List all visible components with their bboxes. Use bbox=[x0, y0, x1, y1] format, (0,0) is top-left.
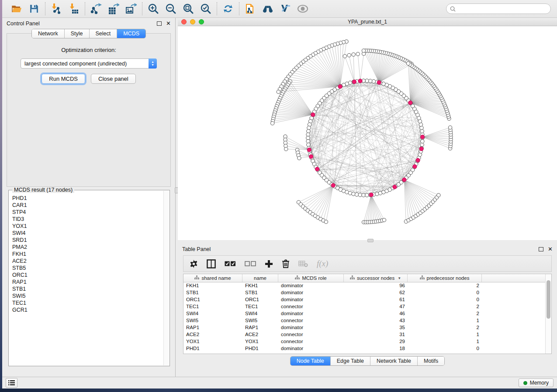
graph-node[interactable] bbox=[393, 185, 397, 189]
graph-node[interactable] bbox=[307, 143, 311, 147]
table-row[interactable]: ACE2ACE2connector311 bbox=[183, 331, 545, 338]
list-item[interactable]: PMA2 bbox=[12, 244, 163, 251]
tab-style[interactable]: Style bbox=[65, 29, 90, 38]
table-options-gear-icon[interactable] bbox=[190, 260, 198, 268]
graph-node[interactable] bbox=[420, 129, 424, 133]
graph-node[interactable] bbox=[420, 139, 424, 143]
graph-node[interactable] bbox=[382, 218, 386, 222]
window-minimize-icon[interactable] bbox=[190, 19, 195, 24]
tab-motifs[interactable]: Motifs bbox=[418, 357, 444, 365]
mcds-result-list[interactable]: PHD1CAR1STP4TID3YOX1SWI4SRD1PMA2FKH1ACE2… bbox=[9, 190, 163, 366]
select-all-icon[interactable] bbox=[225, 261, 236, 267]
list-item[interactable]: TID3 bbox=[12, 216, 163, 223]
scrollbar-thumb[interactable] bbox=[547, 280, 550, 319]
show-hide-details-icon[interactable] bbox=[297, 3, 308, 14]
graph-node[interactable] bbox=[347, 53, 351, 57]
graph-node[interactable] bbox=[284, 147, 288, 151]
table-row[interactable]: YOX1YOX1connector291 bbox=[183, 338, 545, 345]
graph-node[interactable] bbox=[324, 220, 328, 224]
float-panel-icon[interactable] bbox=[157, 21, 162, 26]
export-network-icon[interactable] bbox=[90, 3, 102, 14]
tab-edge-table[interactable]: Edge Table bbox=[331, 357, 370, 365]
column-header-predecessor-nodes[interactable]: predecessor nodes bbox=[408, 274, 482, 282]
graph-node[interactable] bbox=[416, 158, 420, 162]
graph-node[interactable] bbox=[408, 101, 412, 105]
table-row[interactable]: SWI5SWI5connector431 bbox=[183, 317, 545, 324]
list-item[interactable]: YOX1 bbox=[12, 223, 163, 230]
delete-column-trash-icon[interactable] bbox=[282, 259, 290, 268]
window-maximize-icon[interactable] bbox=[199, 19, 204, 24]
graph-node[interactable] bbox=[277, 90, 280, 93]
memory-button[interactable]: Memory bbox=[519, 378, 554, 387]
graph-node[interactable] bbox=[358, 79, 362, 83]
graph-node[interactable] bbox=[343, 55, 346, 58]
list-item[interactable]: RAP1 bbox=[12, 279, 163, 285]
horizontal-splitter[interactable] bbox=[178, 240, 557, 244]
show-column-panel-icon[interactable] bbox=[207, 259, 216, 268]
splitter-grip[interactable] bbox=[367, 239, 374, 242]
zoom-fit-icon[interactable] bbox=[183, 3, 194, 14]
open-file-icon[interactable] bbox=[11, 3, 22, 14]
export-image-icon[interactable] bbox=[125, 3, 137, 14]
graph-node[interactable] bbox=[437, 193, 440, 197]
graph-node[interactable] bbox=[362, 49, 365, 52]
network-view[interactable] bbox=[178, 26, 557, 240]
save-session-icon[interactable] bbox=[28, 3, 40, 14]
tab-node-table[interactable]: Node Table bbox=[291, 357, 331, 365]
import-table-icon[interactable] bbox=[68, 3, 80, 14]
add-column-icon[interactable] bbox=[265, 260, 273, 268]
close-panel-button[interactable]: Close panel bbox=[91, 74, 136, 84]
graph-node[interactable] bbox=[377, 80, 381, 84]
table-row[interactable]: FKH1FKH1dominator962 bbox=[183, 282, 545, 289]
table-row[interactable]: TEC1TEC1connector472 bbox=[183, 303, 545, 310]
zoom-in-icon[interactable] bbox=[148, 3, 159, 14]
style-edit-icon[interactable] bbox=[280, 3, 291, 14]
list-item[interactable]: GCR1 bbox=[12, 306, 163, 313]
find-icon[interactable] bbox=[262, 3, 273, 14]
graph-node[interactable] bbox=[420, 135, 424, 139]
table-row[interactable]: RAP1RAP1dominator352 bbox=[183, 324, 545, 331]
tab-network[interactable]: Network bbox=[32, 29, 65, 38]
list-item[interactable]: CAR1 bbox=[12, 202, 163, 209]
graph-node[interactable] bbox=[352, 80, 356, 84]
graph-node[interactable] bbox=[338, 85, 342, 89]
table-scrollbar[interactable] bbox=[545, 274, 551, 354]
column-header-MCDS-role[interactable]: MCDS role bbox=[278, 274, 344, 282]
run-mcds-button[interactable]: Run MCDS bbox=[42, 74, 85, 84]
table-row[interactable]: STB1STB1dominator620 bbox=[183, 289, 545, 296]
graph-node[interactable] bbox=[356, 52, 360, 56]
graph-node[interactable] bbox=[311, 113, 315, 117]
column-header-name[interactable]: name bbox=[242, 274, 278, 282]
graph-node[interactable] bbox=[298, 156, 301, 160]
list-item[interactable]: PHD1 bbox=[12, 195, 163, 202]
result-scrollbar[interactable] bbox=[163, 191, 169, 365]
graph-node[interactable] bbox=[448, 126, 452, 129]
deselect-all-icon[interactable] bbox=[245, 261, 256, 267]
list-item[interactable]: FKH1 bbox=[12, 251, 163, 258]
list-item[interactable]: STP4 bbox=[12, 209, 163, 216]
search-input[interactable] bbox=[458, 6, 547, 12]
tab-mcds[interactable]: MCDS bbox=[117, 29, 145, 38]
graph-node[interactable] bbox=[331, 183, 335, 187]
zoom-out-icon[interactable] bbox=[165, 3, 176, 14]
graph-node[interactable] bbox=[307, 148, 311, 152]
refresh-layout-icon[interactable] bbox=[222, 3, 234, 14]
graph-node[interactable] bbox=[413, 165, 417, 168]
column-header-shared-name[interactable]: shared name bbox=[183, 274, 242, 282]
table-row[interactable]: PHD1PHD1dominator180 bbox=[183, 345, 545, 352]
window-close-icon[interactable] bbox=[181, 19, 187, 24]
graph-node[interactable] bbox=[369, 193, 373, 197]
list-item[interactable]: STB1 bbox=[12, 285, 163, 292]
float-panel-icon[interactable] bbox=[539, 247, 543, 251]
import-network-icon[interactable] bbox=[51, 3, 62, 14]
list-item[interactable]: TEC1 bbox=[12, 299, 163, 306]
list-item[interactable]: SRD1 bbox=[12, 237, 163, 244]
tab-network-table[interactable]: Network Table bbox=[370, 357, 418, 365]
graph-node[interactable] bbox=[352, 53, 355, 56]
tab-select[interactable]: Select bbox=[90, 29, 118, 38]
list-item[interactable]: STB5 bbox=[12, 265, 163, 272]
graph-node[interactable] bbox=[419, 147, 423, 151]
graph-node[interactable] bbox=[271, 121, 274, 125]
close-panel-icon[interactable]: ✕ bbox=[548, 247, 553, 251]
table-row[interactable]: ORC1ORC1dominator610 bbox=[183, 296, 545, 303]
